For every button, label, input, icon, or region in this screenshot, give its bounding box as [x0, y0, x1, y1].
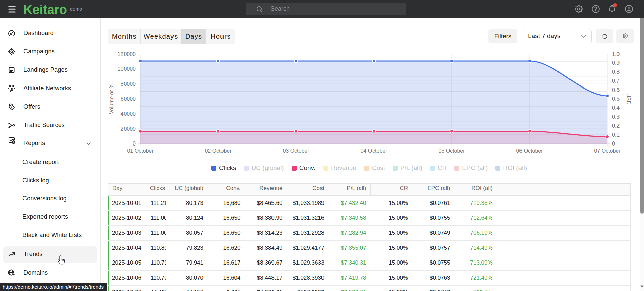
svg-text:05 October: 05 October [438, 148, 465, 154]
svg-text:0.7: 0.7 [612, 78, 620, 84]
svg-text:40000: 40000 [121, 111, 136, 117]
svg-text:0.1: 0.1 [612, 132, 620, 138]
svg-text:0.4: 0.4 [612, 105, 620, 111]
svg-text:0.6: 0.6 [612, 87, 620, 93]
svg-text:03 October: 03 October [283, 148, 309, 154]
svg-text:0: 0 [612, 141, 615, 147]
svg-text:1.0: 1.0 [612, 51, 620, 57]
svg-text:80000: 80000 [121, 81, 136, 87]
svg-text:02 October: 02 October [205, 148, 232, 154]
svg-text:USD: USD [626, 93, 631, 105]
svg-text:60000: 60000 [121, 96, 136, 102]
svg-text:Volume or %: Volume or % [109, 84, 114, 114]
svg-text:0: 0 [133, 141, 136, 147]
svg-text:04 October: 04 October [360, 148, 387, 154]
svg-text:0.3: 0.3 [612, 114, 620, 120]
svg-text:0.8: 0.8 [612, 69, 620, 75]
svg-text:0.9: 0.9 [612, 60, 620, 66]
svg-text:0.2: 0.2 [612, 123, 620, 129]
svg-text:01 October: 01 October [127, 148, 154, 154]
svg-text:07 October: 07 October [594, 148, 621, 154]
svg-text:20000: 20000 [121, 126, 136, 132]
svg-text:120000: 120000 [118, 51, 136, 57]
svg-text:s: s [10, 105, 13, 109]
svg-text:06 October: 06 October [516, 148, 543, 154]
svg-text:0.5: 0.5 [612, 96, 620, 102]
svg-text:100000: 100000 [118, 66, 136, 72]
